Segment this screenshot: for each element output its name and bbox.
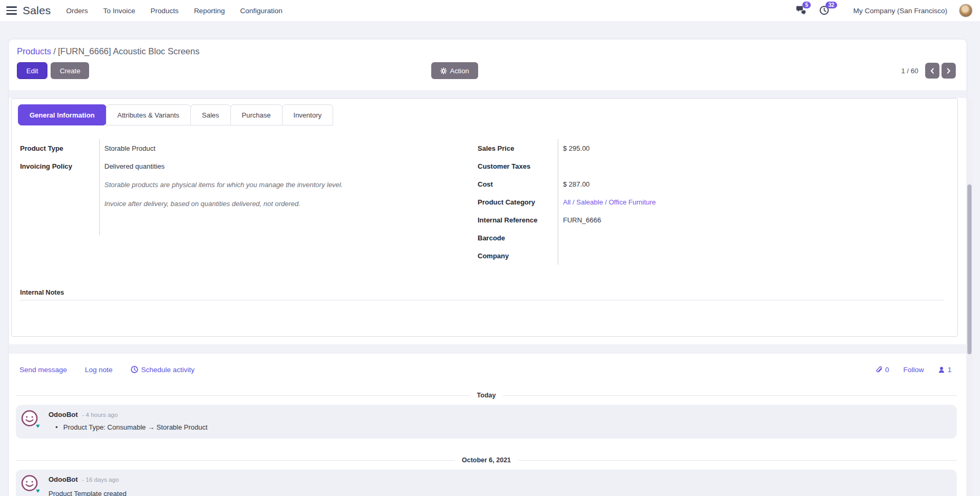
field-value-customer-taxes	[558, 157, 936, 175]
breadcrumb: Products/[FURN_6666] Acoustic Bloc Scree…	[17, 46, 956, 56]
menu-configuration[interactable]: Configuration	[240, 7, 282, 15]
field-label-sales-price: Sales Price	[478, 139, 558, 157]
followers-button[interactable]: 1	[938, 366, 952, 374]
heart-icon: ♥	[36, 488, 40, 494]
right-field-group: Sales Price $ 295.00 Customer Taxes Cost…	[478, 139, 936, 265]
field-value-barcode	[558, 229, 936, 247]
field-label-product-type: Product Type	[20, 139, 99, 157]
company-switcher[interactable]: My Company (San Francisco)	[853, 7, 947, 15]
notebook-tabs: General Information Attributes & Variant…	[18, 104, 957, 125]
field-label-invoicing-policy: Invoicing Policy	[20, 157, 99, 175]
internal-notes-field[interactable]	[20, 300, 944, 300]
gear-icon	[440, 67, 447, 74]
app-name[interactable]: Sales	[23, 4, 51, 17]
messages-icon[interactable]: 5	[796, 5, 808, 16]
control-panel: Products/[FURN_6666] Acoustic Bloc Scree…	[9, 40, 966, 90]
odoobot-avatar: ♥	[21, 474, 38, 492]
field-label-product-category: Product Category	[478, 193, 558, 211]
help-text-storable: Storable products are physical items for…	[99, 175, 478, 194]
paperclip-icon	[875, 365, 883, 374]
log-note-button[interactable]: Log note	[85, 366, 113, 374]
field-value-internal-reference: FURN_6666	[558, 211, 936, 229]
date-divider-today: Today	[16, 392, 957, 399]
message-author: OdooBot	[48, 475, 78, 483]
apps-menu-icon[interactable]	[6, 6, 17, 15]
tab-inventory[interactable]: Inventory	[282, 104, 333, 125]
user-avatar[interactable]	[959, 4, 973, 17]
odoobot-avatar: ♥	[21, 410, 38, 427]
chatter: Send message Log note Schedule activity …	[9, 354, 966, 496]
attachments-button[interactable]: 0	[875, 365, 889, 374]
vertical-scrollbar-thumb[interactable]	[967, 184, 972, 354]
field-value-sales-price: $ 295.00	[558, 139, 936, 157]
follow-button[interactable]: Follow	[903, 366, 924, 374]
product-category-link[interactable]: All / Saleable / Office Furniture	[558, 193, 936, 211]
main-content-card: Products/[FURN_6666] Acoustic Bloc Scree…	[9, 40, 966, 496]
tab-attributes-variants[interactable]: Attributes & Variants	[106, 104, 191, 125]
send-message-button[interactable]: Send message	[20, 366, 67, 374]
systray: 5 32 My Company (San Francisco)	[784, 4, 973, 17]
attachment-count: 0	[885, 366, 889, 374]
menu-products[interactable]: Products	[151, 7, 179, 15]
form-sheet: General Information Attributes & Variant…	[11, 98, 958, 337]
field-value-invoicing-policy: Delivered quantities	[99, 157, 478, 175]
internal-notes-label: Internal Notes	[20, 289, 944, 296]
message-odoobot-today: ♥ OdooBot - 4 hours ago Product Type: Co…	[16, 405, 957, 439]
pager-previous-button[interactable]	[925, 63, 939, 79]
action-label: Action	[450, 67, 469, 75]
breadcrumb-products-link[interactable]: Products	[17, 46, 51, 56]
schedule-activity-button[interactable]: Schedule activity	[131, 366, 195, 374]
vertical-scrollbar-track[interactable]	[966, 98, 973, 496]
edit-button[interactable]: Edit	[17, 62, 47, 79]
message-timestamp: - 16 days ago	[82, 476, 119, 483]
message-odoobot-october: ♥ OdooBot - 16 days ago Product Template…	[16, 470, 957, 496]
pager-count: 1 / 60	[901, 67, 918, 75]
tab-general-information[interactable]: General Information	[18, 104, 106, 125]
field-label-internal-reference: Internal Reference	[478, 211, 558, 229]
breadcrumb-separator: /	[53, 46, 56, 56]
internal-notes-section: Internal Notes	[20, 289, 944, 300]
heart-icon: ♥	[36, 423, 40, 429]
chatter-toolbar: Send message Log note Schedule activity …	[9, 365, 966, 374]
tab-purchase[interactable]: Purchase	[230, 104, 283, 125]
separator-band	[9, 344, 966, 354]
app-menu: Orders To Invoice Products Reporting Con…	[66, 7, 283, 15]
messages-badge: 5	[802, 2, 811, 8]
activities-icon[interactable]: 32	[819, 5, 831, 16]
menu-orders[interactable]: Orders	[66, 7, 88, 15]
page-title: [FURN_6666] Acoustic Bloc Screens	[58, 46, 200, 56]
message-timestamp: - 4 hours ago	[82, 412, 118, 418]
form-fields: Product Type Storable Product Invoicing …	[12, 139, 957, 265]
message-body: Product Type: Consumable → Storable Prod…	[48, 423, 208, 431]
message-author: OdooBot	[48, 411, 78, 419]
chevron-left-icon	[929, 67, 935, 74]
left-field-group: Product Type Storable Product Invoicing …	[12, 139, 478, 265]
follower-count: 1	[947, 366, 952, 374]
pager-next-button[interactable]	[942, 63, 956, 79]
clock-icon	[131, 366, 138, 373]
date-divider-october-6-2021: October 6, 2021	[16, 456, 957, 464]
field-value-cost: $ 287.00	[558, 175, 936, 193]
chevron-right-icon	[946, 67, 952, 74]
menu-to-invoice[interactable]: To Invoice	[103, 7, 135, 15]
action-button[interactable]: Action	[431, 62, 478, 79]
field-label-cost: Cost	[478, 175, 558, 193]
menu-reporting[interactable]: Reporting	[194, 7, 225, 15]
help-text-invoice: Invoice after delivery, based on quantit…	[99, 194, 478, 213]
activities-badge: 32	[826, 2, 837, 8]
message-body: Product Template created	[48, 490, 127, 496]
pager: 1 / 60	[901, 63, 956, 79]
field-label-barcode: Barcode	[478, 229, 558, 247]
field-label-customer-taxes: Customer Taxes	[478, 157, 558, 175]
person-icon	[938, 366, 945, 374]
field-label-company: Company	[478, 247, 558, 265]
tab-sales[interactable]: Sales	[190, 104, 231, 125]
field-value-product-type: Storable Product	[99, 139, 478, 157]
separator-band	[9, 90, 966, 98]
top-navbar: Sales Orders To Invoice Products Reporti…	[0, 0, 980, 21]
button-row: Edit Create Action	[17, 62, 956, 79]
create-button[interactable]: Create	[51, 62, 89, 79]
field-value-company	[558, 247, 936, 265]
